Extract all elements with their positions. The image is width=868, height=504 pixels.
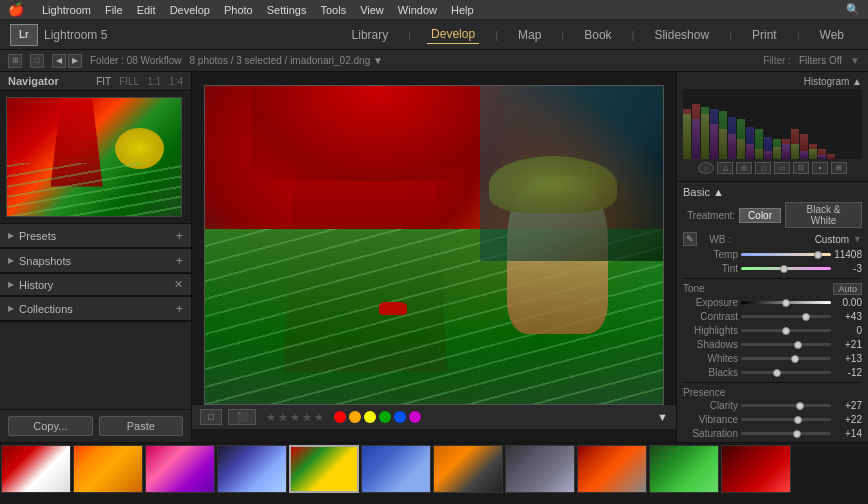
- menu-tools[interactable]: Tools: [320, 4, 346, 16]
- history-header[interactable]: ▶ History ✕: [0, 274, 191, 296]
- hist-icon-4[interactable]: □: [755, 162, 771, 174]
- filmstrip-thumb-2[interactable]: [73, 445, 143, 493]
- clarity-slider-thumb[interactable]: [796, 402, 804, 410]
- snapshots-header[interactable]: ▶ Snapshots +: [0, 249, 191, 273]
- blacks-slider-thumb[interactable]: [773, 369, 781, 377]
- prev-arrow-btn[interactable]: ◀: [52, 54, 66, 68]
- filmstrip-thumb-7[interactable]: [433, 445, 503, 493]
- filter-expand-icon[interactable]: ▼: [850, 55, 860, 66]
- collections-header[interactable]: ▶ Collections +: [0, 297, 191, 321]
- bw-treatment-btn[interactable]: Black & White: [785, 202, 862, 228]
- tint-slider[interactable]: [741, 267, 831, 270]
- hist-icon-5[interactable]: ▭: [774, 162, 790, 174]
- main-image[interactable]: [204, 85, 664, 405]
- presets-header[interactable]: ▶ Presets +: [0, 224, 191, 248]
- history-clear-btn[interactable]: ✕: [174, 278, 183, 291]
- star-2[interactable]: ★: [278, 411, 288, 424]
- next-arrow-btn[interactable]: ▶: [68, 54, 82, 68]
- hist-icon-3[interactable]: ◎: [736, 162, 752, 174]
- shadows-slider-thumb[interactable]: [794, 341, 802, 349]
- menu-help[interactable]: Help: [451, 4, 474, 16]
- star-3[interactable]: ★: [290, 411, 300, 424]
- hist-icon-7[interactable]: ⚬: [812, 162, 828, 174]
- whites-slider[interactable]: [741, 357, 831, 360]
- paste-button[interactable]: Paste: [99, 416, 184, 436]
- fit-btn[interactable]: FIT: [96, 76, 111, 87]
- star-5[interactable]: ★: [314, 411, 324, 424]
- filmstrip-thumb-5[interactable]: [289, 445, 359, 493]
- navigator-thumbnail[interactable]: [0, 91, 191, 223]
- hist-icon-6[interactable]: ⊡: [793, 162, 809, 174]
- loupe-view-btn[interactable]: □: [30, 54, 44, 68]
- menu-file[interactable]: File: [105, 4, 123, 16]
- 1to4-btn[interactable]: 1:4: [169, 76, 183, 87]
- menu-settings[interactable]: Settings: [267, 4, 307, 16]
- filmstrip-thumb-8[interactable]: [505, 445, 575, 493]
- temp-slider[interactable]: [741, 253, 831, 256]
- saturation-slider-thumb[interactable]: [793, 430, 801, 438]
- compare-btn[interactable]: ⬛: [228, 409, 256, 425]
- filmstrip-thumb-10[interactable]: [649, 445, 719, 493]
- nav-slideshow[interactable]: Slideshow: [650, 26, 713, 44]
- loupe-btn[interactable]: □: [200, 409, 222, 425]
- exposure-slider-thumb[interactable]: [782, 299, 790, 307]
- nav-web[interactable]: Web: [816, 26, 848, 44]
- wb-dropdown-icon[interactable]: ▼: [853, 234, 862, 244]
- highlights-slider[interactable]: [741, 329, 831, 332]
- nav-book[interactable]: Book: [580, 26, 615, 44]
- filmstrip-thumb-4[interactable]: [217, 445, 287, 493]
- menu-window[interactable]: Window: [398, 4, 437, 16]
- vibrance-slider-thumb[interactable]: [794, 416, 802, 424]
- auto-btn[interactable]: Auto: [833, 283, 862, 295]
- clarity-slider[interactable]: [741, 404, 831, 407]
- filmstrip-thumb-3[interactable]: [145, 445, 215, 493]
- color-label-yellow[interactable]: [364, 411, 376, 423]
- exposure-slider[interactable]: [741, 301, 831, 304]
- filmstrip-thumb-9[interactable]: [577, 445, 647, 493]
- filmstrip-thumb-1[interactable]: [1, 445, 71, 493]
- search-icon[interactable]: 🔍: [846, 3, 860, 16]
- snapshots-add-btn[interactable]: +: [175, 253, 183, 268]
- menu-lightroom[interactable]: Lightroom: [42, 4, 91, 16]
- tint-slider-thumb[interactable]: [780, 265, 788, 273]
- menu-edit[interactable]: Edit: [137, 4, 156, 16]
- hist-icon-8[interactable]: ⊞: [831, 162, 847, 174]
- grid-view-btn[interactable]: ⊞: [8, 54, 22, 68]
- wb-eyedropper-btn[interactable]: ✎: [683, 232, 697, 246]
- star-4[interactable]: ★: [302, 411, 312, 424]
- hist-icon-2[interactable]: △: [717, 162, 733, 174]
- star-1[interactable]: ★: [266, 411, 276, 424]
- menu-develop[interactable]: Develop: [170, 4, 210, 16]
- apple-menu[interactable]: 🍎: [8, 2, 24, 17]
- nav-library[interactable]: Library: [348, 26, 393, 44]
- shadows-slider[interactable]: [741, 343, 831, 346]
- contrast-slider[interactable]: [741, 315, 831, 318]
- blacks-slider[interactable]: [741, 371, 831, 374]
- collections-add-btn[interactable]: +: [175, 301, 183, 316]
- filmstrip-thumb-11[interactable]: [721, 445, 791, 493]
- highlights-slider-thumb[interactable]: [782, 327, 790, 335]
- vibrance-slider[interactable]: [741, 418, 831, 421]
- color-treatment-btn[interactable]: Color: [739, 208, 781, 223]
- color-label-blue[interactable]: [394, 411, 406, 423]
- color-label-orange[interactable]: [349, 411, 361, 423]
- expand-icon[interactable]: ▼: [657, 411, 668, 423]
- hist-icon-1[interactable]: ○: [698, 162, 714, 174]
- whites-slider-thumb[interactable]: [791, 355, 799, 363]
- color-label-red[interactable]: [334, 411, 346, 423]
- nav-map[interactable]: Map: [514, 26, 545, 44]
- temp-slider-thumb[interactable]: [814, 251, 822, 259]
- nav-develop[interactable]: Develop: [427, 25, 479, 44]
- nav-print[interactable]: Print: [748, 26, 781, 44]
- menu-view[interactable]: View: [360, 4, 384, 16]
- saturation-slider[interactable]: [741, 432, 831, 435]
- color-label-purple[interactable]: [409, 411, 421, 423]
- color-label-green[interactable]: [379, 411, 391, 423]
- contrast-slider-thumb[interactable]: [802, 313, 810, 321]
- filmstrip-thumb-6[interactable]: [361, 445, 431, 493]
- copy-button[interactable]: Copy...: [8, 416, 93, 436]
- 1to1-btn[interactable]: 1:1: [147, 76, 161, 87]
- presets-add-btn[interactable]: +: [175, 228, 183, 243]
- fill-btn[interactable]: FILL: [119, 76, 139, 87]
- menu-photo[interactable]: Photo: [224, 4, 253, 16]
